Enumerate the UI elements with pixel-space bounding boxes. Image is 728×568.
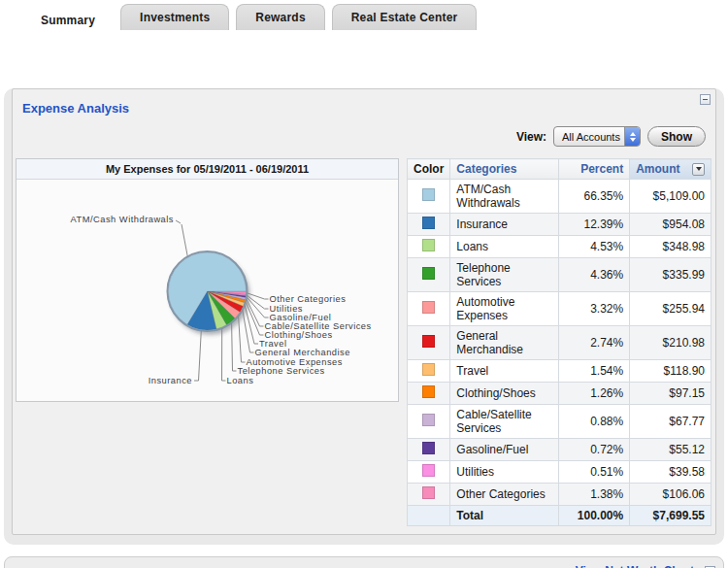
color-cell — [408, 383, 450, 405]
net-worth-section: Net Worth Summary View Net Worth Chart — [4, 556, 724, 568]
chart-title: My Expenses for 05/19/2011 - 06/19/2011 — [17, 159, 398, 180]
color-swatch — [422, 217, 435, 229]
tab-bar: Summary Investments Rewards Real Estate … — [0, 0, 728, 30]
amount-cell: $348.98 — [630, 236, 711, 258]
leader-line — [199, 331, 202, 382]
pie-label: Other Categories — [270, 294, 347, 304]
column-header-categories[interactable]: Categories — [450, 159, 558, 180]
leader-line — [243, 310, 250, 352]
tab-rewards[interactable]: Rewards — [236, 4, 324, 30]
percent-cell: 1.38% — [558, 484, 630, 506]
table-row: Insurance12.39%$954.08 — [408, 214, 711, 236]
percent-cell: 0.51% — [558, 461, 630, 484]
color-swatch — [422, 486, 435, 499]
color-swatch — [422, 267, 435, 280]
column-header-color[interactable]: Color — [408, 159, 450, 180]
category-cell: Automotive Expenses — [450, 292, 558, 326]
amount-cell: $5,109.00 — [630, 180, 711, 214]
color-cell — [408, 461, 450, 484]
percent-cell: 4.53% — [558, 236, 630, 258]
color-swatch — [422, 363, 435, 376]
table-row: Travel1.54%$118.90 — [408, 360, 711, 383]
color-cell — [408, 292, 450, 326]
color-swatch — [422, 385, 435, 398]
tab-investments[interactable]: Investments — [120, 4, 229, 30]
category-cell: ATM/Cash Withdrawals — [450, 180, 558, 214]
account-summary-page: Summary Investments Rewards Real Estate … — [0, 0, 728, 568]
amount-cell: $335.99 — [630, 258, 711, 292]
expense-table: Color Categories Percent Amount ATM/C — [407, 158, 711, 526]
sort-dropdown-icon[interactable] — [692, 163, 705, 176]
tab-real-estate-center[interactable]: Real Estate Center — [332, 4, 478, 30]
minus-icon — [703, 99, 708, 100]
total-empty-cell — [408, 506, 450, 526]
pie-label: ATM/Cash Withdrawals — [71, 215, 174, 224]
color-swatch — [422, 239, 435, 251]
arrow-down-icon — [696, 167, 702, 171]
color-cell — [408, 405, 450, 439]
leader-line — [232, 322, 233, 371]
table-row: Telephone Services4.36%$335.99 — [408, 258, 711, 292]
percent-cell: 12.39% — [558, 214, 630, 236]
view-select-value: All Accounts — [554, 131, 624, 143]
amount-cell: $210.98 — [630, 326, 711, 360]
column-header-amount[interactable]: Amount — [630, 159, 711, 180]
category-cell: Utilities — [450, 461, 558, 484]
amount-cell: $106.06 — [630, 484, 711, 506]
category-cell: Cable/Satellite Services — [450, 405, 558, 439]
color-swatch — [422, 414, 435, 426]
table-row: ATM/Cash Withdrawals66.35%$5,109.00 — [408, 180, 711, 214]
color-cell — [408, 360, 450, 383]
show-button[interactable]: Show — [647, 126, 706, 147]
table-header-row: Color Categories Percent Amount — [408, 159, 711, 180]
total-label: Total — [450, 506, 558, 526]
column-header-percent[interactable]: Percent — [558, 159, 630, 180]
total-amount: $7,699.55 — [630, 506, 711, 526]
leader-line — [239, 317, 242, 363]
pie-label: General Merchandise — [255, 348, 350, 357]
expense-pie-chart-panel: My Expenses for 05/19/2011 - 06/19/2011 … — [16, 158, 399, 402]
total-percent: 100.00% — [558, 506, 630, 526]
view-controls: View: All Accounts Show — [15, 126, 711, 147]
stepper-icon — [624, 127, 640, 146]
table-row: Loans4.53%$348.98 — [408, 236, 711, 258]
amount-cell: $39.58 — [630, 461, 711, 484]
table-row: Gasoline/Fuel0.72%$55.12 — [408, 439, 711, 461]
view-net-worth-chart-link[interactable]: View Net Worth Chart — [576, 564, 694, 568]
percent-cell: 0.72% — [558, 439, 630, 461]
color-cell — [408, 236, 450, 258]
color-cell — [408, 439, 450, 461]
table-row: Other Categories1.38%$106.06 — [408, 484, 711, 506]
percent-cell: 2.74% — [558, 326, 630, 360]
category-cell: Gasoline/Fuel — [450, 439, 558, 461]
percent-cell: 0.88% — [558, 405, 630, 439]
expense-analysis-section: Expense Analysis View: All Accounts Show… — [12, 88, 716, 535]
percent-cell: 4.36% — [558, 258, 630, 292]
percent-cell: 3.32% — [558, 292, 630, 326]
amount-cell: $67.77 — [630, 405, 711, 439]
view-label: View: — [516, 130, 546, 144]
amount-cell: $255.94 — [630, 292, 711, 326]
category-cell: General Merchandise — [450, 326, 558, 360]
summary-panel: Update All Accounts Expense Analysis Vie… — [4, 88, 724, 545]
pie-chart: Other CategoriesUtilitiesGasoline/FuelCa… — [17, 180, 398, 401]
pie-label: Telephone Services — [238, 366, 325, 376]
tab-summary[interactable]: Summary — [22, 4, 114, 36]
table-row: Clothing/Shoes1.26%$97.15 — [408, 383, 711, 405]
amount-header-label: Amount — [636, 162, 679, 176]
percent-cell: 1.26% — [558, 383, 630, 405]
color-cell — [408, 484, 450, 506]
view-select[interactable]: All Accounts — [553, 126, 641, 147]
color-cell — [408, 214, 450, 236]
table-row: Cable/Satellite Services0.88%$67.77 — [408, 405, 711, 439]
color-cell — [408, 258, 450, 292]
leader-line — [182, 224, 187, 256]
arrow-up-icon — [630, 132, 636, 136]
amount-cell: $118.90 — [630, 360, 711, 383]
category-cell: Travel — [450, 360, 558, 383]
pie-label: Loans — [227, 376, 254, 385]
table-row: Utilities0.51%$39.58 — [408, 461, 711, 484]
expense-analysis-title: Expense Analysis — [22, 101, 129, 116]
collapse-icon[interactable] — [700, 94, 711, 105]
category-cell: Telephone Services — [450, 258, 558, 292]
